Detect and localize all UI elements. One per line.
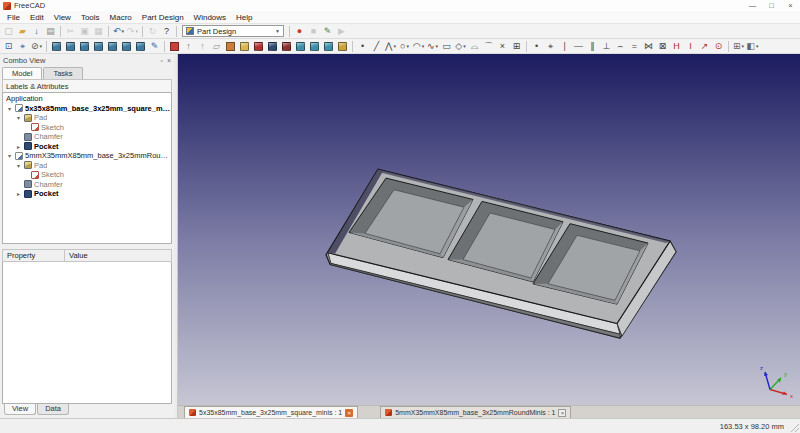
- tree-document-1[interactable]: ▾ 5x35x85mm_base_3x25mm_square_minis: [3, 104, 171, 114]
- sketch-circle-button[interactable]: ○▾: [398, 40, 411, 53]
- view-rear-button[interactable]: [106, 40, 119, 53]
- groove-button[interactable]: [280, 40, 293, 53]
- fit-all-button[interactable]: ⊡: [2, 40, 15, 53]
- tree-item-pocket-1[interactable]: ▸ Pocket: [3, 142, 171, 152]
- property-editor[interactable]: [2, 262, 172, 404]
- constraint-point-on-object-button[interactable]: ⌖: [544, 40, 557, 53]
- menu-item-help[interactable]: Help: [231, 12, 257, 23]
- close-panel-icon[interactable]: ×: [167, 57, 171, 64]
- menu-item-tools[interactable]: Tools: [76, 12, 105, 23]
- whats-this-button[interactable]: ?: [160, 25, 173, 38]
- tab-tasks[interactable]: Tasks: [43, 67, 82, 79]
- view-right-button[interactable]: [92, 40, 105, 53]
- sketch-line-button[interactable]: ╱: [370, 40, 383, 53]
- close-tab-icon[interactable]: ×: [558, 409, 566, 417]
- sketch-fillet-button[interactable]: ⌒: [482, 40, 495, 53]
- tree-document-2[interactable]: ▾ 5mmX35mmX85mm_base_3x25mmRoundMinis: [3, 151, 171, 161]
- property-column-header[interactable]: Property: [2, 249, 64, 262]
- collapse-arrow-icon[interactable]: ▸: [15, 190, 22, 197]
- constraint-equal-button[interactable]: =: [628, 40, 641, 53]
- tab-data-properties[interactable]: Data: [37, 404, 69, 415]
- tree-item-sketch-1[interactable]: Sketch: [3, 123, 171, 133]
- menu-item-file[interactable]: File: [2, 12, 25, 23]
- print-button[interactable]: ▤: [44, 25, 57, 38]
- mdi-tab-round-minis[interactable]: 5mmX35mmX85mm_base_3x25mmRoundMinis : 1 …: [380, 406, 571, 418]
- expand-arrow-icon[interactable]: ▾: [6, 105, 13, 112]
- mdi-tab-square-minis[interactable]: 5x35x85mm_base_3x25mm_square_minis : 1 ×: [184, 406, 358, 418]
- menu-item-part-design[interactable]: Part Design: [137, 12, 189, 23]
- 3d-viewport[interactable]: x y z: [178, 54, 800, 405]
- map-sketch-button[interactable]: ▱: [210, 40, 223, 53]
- constraint-vertical-button[interactable]: ∣: [558, 40, 571, 53]
- tab-view-properties[interactable]: View: [4, 404, 36, 415]
- view-isometric-button[interactable]: [50, 40, 63, 53]
- create-sketch-button[interactable]: [168, 40, 181, 53]
- fit-selection-button[interactable]: ⌖: [16, 40, 29, 53]
- pocket-button[interactable]: [266, 40, 279, 53]
- revolution-button[interactable]: [252, 40, 265, 53]
- leave-sketch-button[interactable]: ↑: [182, 40, 195, 53]
- sketch-point-button[interactable]: •: [356, 40, 369, 53]
- collapse-arrow-icon[interactable]: ▸: [15, 143, 22, 150]
- sketch-trim-button[interactable]: ×: [496, 40, 509, 53]
- constraint-vertical-distance-button[interactable]: I: [684, 40, 697, 53]
- mirrored-button[interactable]: [294, 40, 307, 53]
- constraint-horizontal-button[interactable]: —: [572, 40, 585, 53]
- tree-item-chamfer-1[interactable]: Chamfer: [3, 132, 171, 142]
- constraint-lock-button[interactable]: ⊠: [656, 40, 669, 53]
- select-mode-button[interactable]: ◧▾: [746, 40, 759, 53]
- multitransform-button[interactable]: [336, 40, 349, 53]
- tree-item-pocket-2[interactable]: ▸ Pocket: [3, 189, 171, 199]
- menu-item-view[interactable]: View: [49, 12, 76, 23]
- maximize-button[interactable]: □: [762, 0, 781, 11]
- external-geometry-button[interactable]: ⊞: [510, 40, 523, 53]
- macro-edit-button[interactable]: ✎: [321, 25, 334, 38]
- undo-button[interactable]: ↶▾: [112, 25, 125, 38]
- sketch-bspline-button[interactable]: ∿▾: [426, 40, 439, 53]
- tab-model[interactable]: Model: [2, 67, 42, 79]
- constraint-coincident-button[interactable]: •: [530, 40, 543, 53]
- 3d-scene[interactable]: x y z: [178, 54, 800, 405]
- reorient-sketch-button[interactable]: [224, 40, 237, 53]
- constraint-radius-button[interactable]: ⊙: [712, 40, 725, 53]
- constraint-tangent-button[interactable]: ⌢: [614, 40, 627, 53]
- constraint-distance-button[interactable]: ↗: [698, 40, 711, 53]
- float-panel-icon[interactable]: ▫: [160, 57, 162, 64]
- tree-item-pad-1[interactable]: ▾ Pad: [3, 113, 171, 123]
- tree-item-chamfer-2[interactable]: Chamfer: [3, 180, 171, 190]
- tree-item-pad-2[interactable]: ▾ Pad: [3, 161, 171, 171]
- view-left-button[interactable]: [134, 40, 147, 53]
- menu-item-macro[interactable]: Macro: [105, 12, 137, 23]
- measure-distance-button[interactable]: ✎: [148, 40, 161, 53]
- view-front-button[interactable]: [64, 40, 77, 53]
- constraint-perpendicular-button[interactable]: ⊥: [600, 40, 613, 53]
- minimize-button[interactable]: —: [743, 0, 762, 11]
- sketch-polyline-button[interactable]: ⋀▾: [384, 40, 397, 53]
- expand-arrow-icon[interactable]: ▾: [15, 114, 22, 121]
- tree-item-sketch-2[interactable]: Sketch: [3, 170, 171, 180]
- polar-pattern-button[interactable]: [322, 40, 335, 53]
- macro-record-button[interactable]: ●: [293, 25, 306, 38]
- constraint-parallel-button[interactable]: ∥: [586, 40, 599, 53]
- open-file-button[interactable]: ▰: [16, 25, 29, 38]
- draw-style-button[interactable]: ⊘▾: [30, 40, 43, 53]
- view-bottom-button[interactable]: [120, 40, 133, 53]
- tree-root-application[interactable]: Application: [3, 94, 171, 104]
- sketch-rectangle-button[interactable]: ▭: [440, 40, 453, 53]
- toggle-grid-button[interactable]: ⊞▾: [732, 40, 745, 53]
- resize-grip[interactable]: [789, 422, 799, 432]
- pad-button[interactable]: [238, 40, 251, 53]
- new-file-button[interactable]: ▢: [2, 25, 15, 38]
- constraint-symmetric-button[interactable]: ⋈: [642, 40, 655, 53]
- close-button[interactable]: ×: [781, 0, 800, 11]
- workbench-selector[interactable]: Part Design▼: [182, 25, 284, 37]
- value-column-header[interactable]: Value: [64, 249, 172, 262]
- linear-pattern-button[interactable]: [308, 40, 321, 53]
- expand-arrow-icon[interactable]: ▾: [15, 162, 22, 169]
- menu-item-edit[interactable]: Edit: [25, 12, 49, 23]
- view-sketch-button[interactable]: ↑: [196, 40, 209, 53]
- constraint-horizontal-distance-button[interactable]: H: [670, 40, 683, 53]
- sketch-slot-button[interactable]: ⌓: [468, 40, 481, 53]
- sketch-polygon-button[interactable]: ◇▾: [454, 40, 467, 53]
- menu-item-windows[interactable]: Windows: [189, 12, 231, 23]
